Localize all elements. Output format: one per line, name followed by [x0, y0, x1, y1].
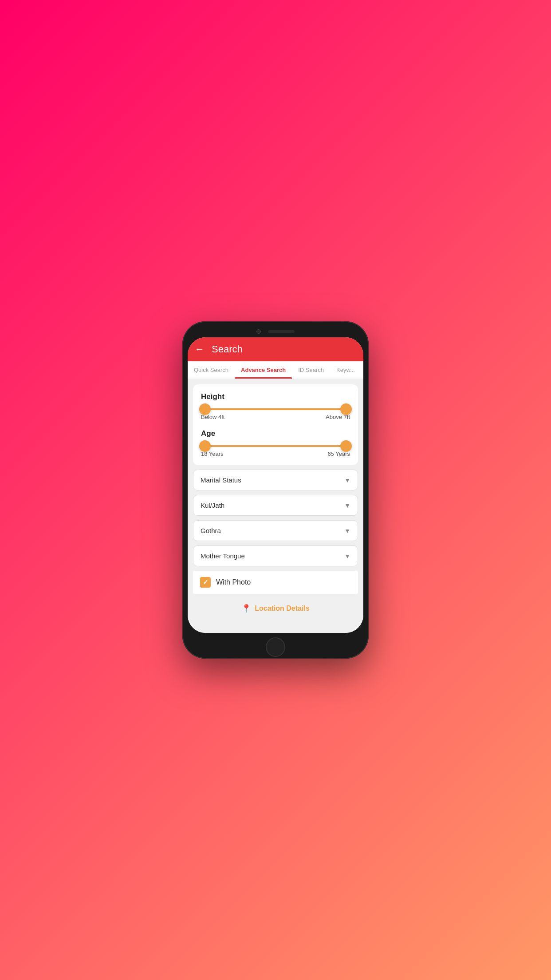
home-button[interactable] [266, 637, 285, 657]
phone-speaker [268, 330, 295, 333]
age-slider[interactable] [201, 445, 350, 447]
phone-screen: ← Search Quick Search Advance Search ID … [188, 337, 363, 633]
phone-camera [256, 329, 261, 334]
age-section: Age 18 Years 65 Years [201, 429, 350, 457]
back-button[interactable]: ← [195, 344, 205, 355]
marital-status-dropdown[interactable]: Marital Status ▼ [193, 470, 358, 490]
gothra-dropdown[interactable]: Gothra ▼ [193, 520, 358, 541]
with-photo-checkbox[interactable]: ✓ [200, 577, 211, 588]
height-age-card: Height Below 4ft Above 7ft Age [193, 384, 358, 465]
location-icon: 📍 [241, 604, 251, 613]
kul-jath-arrow: ▼ [344, 502, 350, 509]
phone-frame: ← Search Quick Search Advance Search ID … [182, 321, 369, 659]
phone-bottom [188, 633, 363, 660]
checkmark-icon: ✓ [203, 578, 209, 586]
age-labels: 18 Years 65 Years [201, 450, 350, 457]
height-track [201, 408, 350, 410]
scroll-content: Height Below 4ft Above 7ft Age [188, 379, 363, 633]
gothra-label: Gothra [201, 527, 221, 534]
with-photo-label: With Photo [216, 578, 251, 586]
location-details-link[interactable]: 📍 Location Details [193, 598, 358, 619]
tabs-bar: Quick Search Advance Search ID Search Ke… [188, 361, 363, 379]
tab-quick-search[interactable]: Quick Search [188, 361, 235, 379]
age-title: Age [201, 429, 350, 438]
gothra-arrow: ▼ [344, 527, 350, 534]
height-max-thumb[interactable] [340, 403, 352, 415]
tab-keyword-search[interactable]: Keyw... [330, 361, 361, 379]
marital-status-arrow: ▼ [344, 477, 350, 484]
height-min-thumb[interactable] [199, 403, 211, 415]
mother-tongue-label: Mother Tongue [201, 552, 245, 560]
age-track [201, 445, 350, 447]
height-slider[interactable] [201, 408, 350, 410]
mother-tongue-arrow: ▼ [344, 553, 350, 560]
mother-tongue-dropdown[interactable]: Mother Tongue ▼ [193, 545, 358, 566]
app-header: ← Search [188, 337, 363, 361]
age-min-thumb[interactable] [199, 440, 211, 452]
phone-top-bar [188, 327, 363, 337]
age-max-thumb[interactable] [340, 440, 352, 452]
marital-status-label: Marital Status [201, 476, 241, 484]
height-title: Height [201, 392, 350, 401]
tab-advance-search[interactable]: Advance Search [235, 361, 292, 379]
height-labels: Below 4ft Above 7ft [201, 414, 350, 420]
with-photo-row: ✓ With Photo [193, 571, 358, 594]
kul-jath-dropdown[interactable]: Kul/Jath ▼ [193, 495, 358, 516]
location-text: Location Details [255, 605, 310, 612]
tab-id-search[interactable]: ID Search [292, 361, 330, 379]
kul-jath-label: Kul/Jath [201, 502, 224, 509]
height-section: Height Below 4ft Above 7ft [201, 392, 350, 420]
page-title: Search [212, 344, 243, 355]
